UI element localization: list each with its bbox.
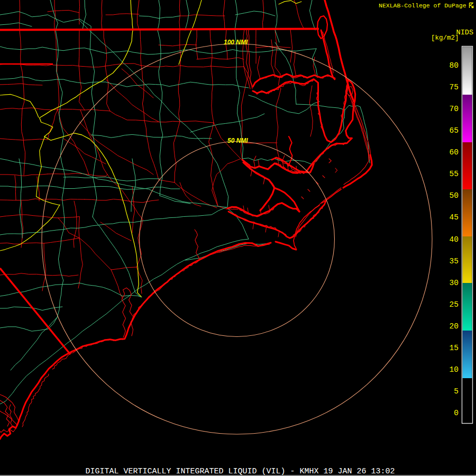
svg-text:NEXLAB-College of DuPage: NEXLAB-College of DuPage: [379, 2, 466, 9]
svg-text:DIGITAL VERTICALLY INTEGRATED: DIGITAL VERTICALLY INTEGRATED LIQUID (VI…: [86, 467, 395, 476]
svg-text:70: 70: [450, 105, 459, 113]
svg-text:100 NMI: 100 NMI: [224, 39, 248, 46]
svg-text:80: 80: [450, 61, 459, 70]
svg-text:25: 25: [450, 300, 459, 309]
svg-text:20: 20: [450, 322, 459, 331]
svg-text:10: 10: [450, 365, 459, 374]
svg-text:60: 60: [450, 148, 459, 157]
svg-text:65: 65: [450, 126, 459, 135]
svg-text:50: 50: [450, 191, 459, 200]
svg-text:50 NMI: 50 NMI: [227, 137, 248, 144]
svg-text:5: 5: [454, 387, 459, 396]
svg-text:30: 30: [450, 279, 459, 287]
svg-text:55: 55: [450, 170, 459, 178]
svg-text:0: 0: [454, 409, 459, 417]
svg-text:15: 15: [450, 344, 459, 352]
svg-text:75: 75: [450, 83, 459, 91]
svg-text:35: 35: [450, 257, 459, 266]
svg-text:45: 45: [450, 213, 459, 222]
svg-text:[kg/m2]: [kg/m2]: [431, 34, 459, 42]
svg-text:40: 40: [450, 235, 459, 244]
